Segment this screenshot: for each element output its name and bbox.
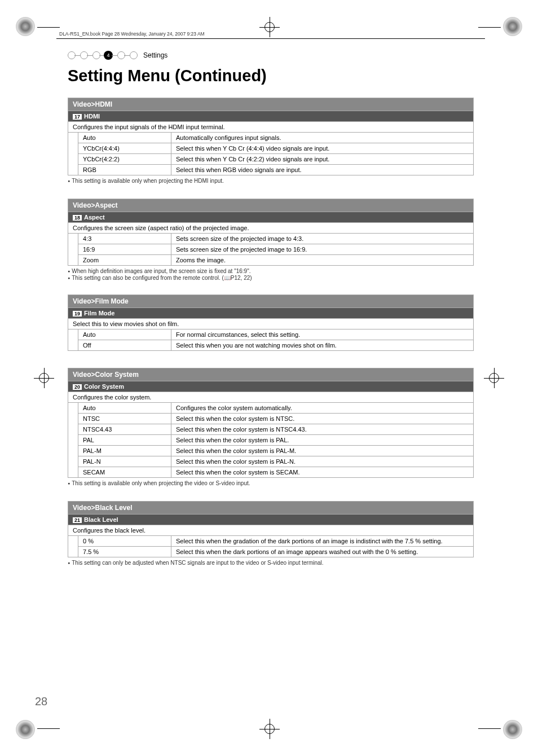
option-label: 4:3 <box>78 234 171 244</box>
settings-table-aspect: Video>Aspect 18Aspect Configures the scr… <box>68 199 474 266</box>
registration-mark-top <box>259 17 280 37</box>
section-note: When high definition images are input, t… <box>68 268 474 274</box>
option-label: Auto <box>78 133 171 143</box>
section-note: This setting can only be adjusted when N… <box>68 560 474 566</box>
option-label: YCbCr(4:4:4) <box>78 143 171 154</box>
option-label: Off <box>78 340 171 351</box>
crop-line <box>478 27 501 28</box>
option-text: Select this when the color system is SEC… <box>171 467 474 478</box>
option-label: NTSC4.43 <box>78 424 171 435</box>
breadcrumb-connector <box>112 55 117 56</box>
option-text: Sets screen size of the projected image … <box>171 234 474 244</box>
section-description: Select this to view movies shot on film. <box>68 319 474 329</box>
breadcrumb: 4 Settings <box>68 51 474 60</box>
breadcrumb-connector <box>74 55 80 56</box>
option-label: PAL <box>78 435 171 446</box>
option-label: 0 % <box>78 536 171 547</box>
section-number: 21 <box>73 517 82 523</box>
section-path: Video>Color System <box>68 368 474 381</box>
section-path: Video>HDMI <box>68 98 474 111</box>
option-text: Select this when RGB video signals are i… <box>171 165 474 175</box>
option-label: SECAM <box>78 467 171 478</box>
section-name-row: 21Black Level <box>68 515 474 525</box>
crop-line <box>478 728 501 729</box>
registration-corner-tr <box>503 17 522 36</box>
option-text: Select this when the color system is PAL… <box>171 446 474 456</box>
option-label: 16:9 <box>78 244 171 255</box>
section-name-row: 20Color System <box>68 381 474 392</box>
header-rule <box>56 38 485 39</box>
option-text: Automatically configures input signals. <box>171 133 474 143</box>
registration-mark-right <box>484 368 504 388</box>
settings-table-hdmi: Video>HDMI 17HDMI Configures the input s… <box>68 98 474 175</box>
option-text: Select this when the color system is PAL… <box>171 435 474 446</box>
registration-corner-bl <box>16 720 35 739</box>
registration-mark-left <box>34 368 54 388</box>
option-text: Select this when the dark portions of an… <box>171 547 474 557</box>
option-label: RGB <box>78 165 171 175</box>
section-note: This setting can also be configured from… <box>68 275 474 281</box>
page-content: 4 Settings Setting Menu (Continued) Vide… <box>68 51 474 581</box>
option-label: Auto <box>78 329 171 340</box>
section-number: 18 <box>73 215 82 221</box>
option-label: PAL-M <box>78 446 171 456</box>
option-text: Select this when the color system is NTS… <box>171 414 474 424</box>
page-number: 28 <box>35 695 47 708</box>
option-text: Select this when you are not watching mo… <box>171 340 474 351</box>
section-name-row: 19Film Mode <box>68 308 474 319</box>
option-text: Select this when the color system is NTS… <box>171 424 474 435</box>
settings-table-black-level: Video>Black Level 21Black Level Configur… <box>68 501 474 557</box>
section-description: Configures the screen size (aspect ratio… <box>68 223 474 234</box>
section-name-row: 18Aspect <box>68 212 474 223</box>
section-number: 20 <box>73 384 82 390</box>
breadcrumb-connector <box>87 55 92 56</box>
breadcrumb-label: Settings <box>143 51 167 59</box>
option-label: Zoom <box>78 255 171 266</box>
crop-line <box>37 27 60 28</box>
registration-mark-bottom <box>259 719 280 739</box>
section-path: Video>Aspect <box>68 199 474 212</box>
registration-corner-br <box>503 720 522 739</box>
option-text: Select this when the color system is PAL… <box>171 456 474 467</box>
book-header: DLA-RS1_EN.book Page 28 Wednesday, Janua… <box>59 31 205 37</box>
section-name: Aspect <box>84 214 105 221</box>
section-name: Color System <box>84 383 124 390</box>
option-text: Select this when Y Cb Cr (4:4:4) video s… <box>171 143 474 154</box>
section-name: HDMI <box>84 113 100 120</box>
section-name: Film Mode <box>84 310 114 317</box>
option-text: Select this when Y Cb Cr (4:2:2) video s… <box>171 154 474 165</box>
option-text: Sets screen size of the projected image … <box>171 244 474 255</box>
option-label: Auto <box>78 403 171 414</box>
section-description: Configures the input signals of the HDMI… <box>68 122 474 133</box>
registration-corner-tl <box>16 17 35 36</box>
section-note: This setting is available only when proj… <box>68 178 474 184</box>
option-label: NTSC <box>78 414 171 424</box>
section-name: Black Level <box>84 516 118 523</box>
section-number: 17 <box>73 114 82 120</box>
option-label: YCbCr(4:2:2) <box>78 154 171 165</box>
breadcrumb-connector <box>124 55 130 56</box>
option-label: PAL-N <box>78 456 171 467</box>
option-text: For normal circumstances, select this se… <box>171 329 474 340</box>
option-label: 7.5 % <box>78 547 171 557</box>
section-name-row: 17HDMI <box>68 111 474 122</box>
breadcrumb-step-icon <box>130 51 138 59</box>
section-note: This setting is available only when proj… <box>68 480 474 486</box>
settings-table-color-system: Video>Color System 20Color System Config… <box>68 368 474 478</box>
section-path: Video>Black Level <box>68 502 474 515</box>
section-number: 19 <box>73 311 82 317</box>
crop-line <box>37 728 60 729</box>
section-path: Video>Film Mode <box>68 295 474 308</box>
option-text: Zooms the image. <box>171 255 474 266</box>
section-description: Configures the black level. <box>68 525 474 536</box>
option-text: Select this when the gradation of the da… <box>171 536 474 547</box>
settings-table-film-mode: Video>Film Mode 19Film Mode Select this … <box>68 295 474 351</box>
section-description: Configures the color system. <box>68 392 474 403</box>
page-title: Setting Menu (Continued) <box>68 67 474 85</box>
option-text: Configures the color system automaticall… <box>171 403 474 414</box>
